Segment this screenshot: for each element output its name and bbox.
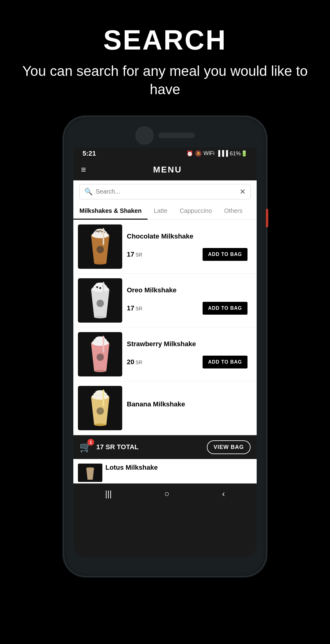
svg-point-34 (97, 407, 104, 415)
close-icon[interactable]: ✕ (240, 187, 246, 196)
svg-point-6 (94, 262, 106, 265)
item-info-lotus: Lotus Milkshake (102, 464, 252, 479)
phone-frame: 5:21 ⏰ 🔕 WiFi ▐▐▐ 61%🔋 ≡ MENU 🔍 (64, 117, 266, 576)
phone-camera (135, 126, 154, 145)
add-to-bag-button[interactable]: ADD TO BAG (203, 302, 248, 315)
item-info-strawberry: Strawberry Milkshake 20 SR ADD TO BAG (122, 340, 252, 368)
search-input[interactable] (96, 188, 240, 195)
item-price: 20 SR (127, 358, 142, 366)
item-name: Oreo Milkshake (127, 286, 248, 294)
alarm-icon: ⏰ (186, 150, 193, 157)
phone-top (73, 126, 257, 145)
cart-badge: 1 (87, 439, 94, 446)
list-item: Oreo Milkshake 17 SR ADD TO BAG (73, 274, 257, 328)
svg-rect-32 (103, 390, 104, 406)
svg-point-13 (96, 286, 98, 288)
item-image-oreo (78, 278, 122, 323)
add-to-bag-button[interactable]: ADD TO BAG (203, 248, 248, 261)
page-wrapper: SEARCH You can search for any meal you w… (0, 0, 330, 644)
item-name: Strawberry Milkshake (127, 340, 248, 348)
search-icon: 🔍 (84, 188, 93, 196)
search-bar[interactable]: 🔍 ✕ (79, 184, 251, 199)
signal-icon: ▐▐▐ (216, 150, 228, 157)
svg-rect-24 (103, 336, 104, 353)
nav-title: MENU (86, 165, 249, 175)
wifi-icon: WiFi (204, 150, 215, 157)
item-price-row: 20 SR ADD TO BAG (127, 356, 248, 368)
svg-point-18 (97, 300, 104, 307)
cart-total: 17 SR TOTAL (96, 443, 207, 451)
mute-icon: 🔕 (195, 150, 202, 157)
item-image-strawberry (78, 332, 122, 376)
item-image-chocolate (78, 224, 122, 269)
recent-nav-icon[interactable]: ‹ (222, 489, 225, 499)
tab-others[interactable]: Others (218, 203, 249, 220)
item-price-row: 17 SR ADD TO BAG (127, 302, 248, 315)
page-title: SEARCH (103, 24, 227, 56)
tab-milkshakes[interactable]: Milkshakes & Shaken (73, 203, 148, 220)
svg-point-15 (99, 287, 101, 289)
back-nav-icon[interactable]: ||| (105, 489, 112, 499)
menu-list: Chocolate Milkshake 17 SR ADD TO BAG (73, 220, 257, 483)
tab-cappuccino[interactable]: Cappuccino (174, 203, 218, 220)
side-button (266, 209, 268, 227)
item-price: 17 SR (127, 304, 142, 312)
item-price: 17 SR (127, 250, 142, 258)
phone-speaker (158, 133, 195, 138)
item-name: Chocolate Milkshake (127, 232, 248, 240)
svg-rect-5 (103, 228, 104, 245)
page-subtitle: You can search for any meal you would li… (0, 62, 330, 99)
svg-point-25 (94, 370, 106, 372)
item-info-oreo: Oreo Milkshake 17 SR ADD TO BAG (122, 286, 252, 315)
item-info-banana: Banana Milkshake (122, 400, 252, 416)
list-item-partial: Lotus Milkshake (73, 459, 257, 483)
svg-point-7 (97, 246, 104, 253)
app-screen: 5:21 ⏰ 🔕 WiFi ▐▐▐ 61%🔋 ≡ MENU 🔍 (73, 148, 257, 557)
home-nav-icon[interactable]: ○ (164, 489, 170, 499)
svg-marker-35 (86, 468, 94, 480)
search-container: 🔍 ✕ (73, 180, 257, 203)
svg-point-26 (97, 353, 104, 361)
list-item: Chocolate Milkshake 17 SR ADD TO BAG (73, 220, 257, 274)
bottom-nav: ||| ○ ‹ (73, 483, 257, 504)
svg-point-33 (94, 424, 106, 426)
cart-icon-wrapper: 🛒 1 (79, 441, 92, 453)
item-name: Banana Milkshake (127, 400, 248, 408)
status-time: 5:21 (82, 150, 96, 157)
list-item: Strawberry Milkshake 20 SR ADD TO BAG (73, 328, 257, 381)
nav-bar: ≡ MENU (73, 159, 257, 180)
list-item: Banana Milkshake (73, 381, 257, 435)
tab-latte[interactable]: Latte (148, 203, 173, 220)
view-bag-button[interactable]: VIEW BAG (207, 440, 251, 454)
category-tabs: Milkshakes & Shaken Latte Cappuccino Oth… (73, 203, 257, 220)
add-to-bag-button[interactable]: ADD TO BAG (203, 356, 248, 368)
item-image-lotus (78, 464, 102, 482)
svg-point-36 (86, 467, 94, 469)
svg-rect-16 (103, 282, 104, 299)
item-name: Lotus Milkshake (105, 464, 249, 472)
svg-point-17 (94, 316, 106, 318)
item-price-row: 17 SR ADD TO BAG (127, 248, 248, 261)
cart-bar: 🛒 1 17 SR TOTAL VIEW BAG (73, 435, 257, 459)
item-info-chocolate: Chocolate Milkshake 17 SR ADD TO BAG (122, 232, 252, 261)
status-bar: 5:21 ⏰ 🔕 WiFi ▐▐▐ 61%🔋 (73, 148, 257, 159)
battery-icon: 61%🔋 (230, 150, 248, 157)
status-icons: ⏰ 🔕 WiFi ▐▐▐ 61%🔋 (186, 150, 248, 157)
hamburger-icon[interactable]: ≡ (81, 165, 86, 175)
item-image-banana (78, 386, 122, 430)
